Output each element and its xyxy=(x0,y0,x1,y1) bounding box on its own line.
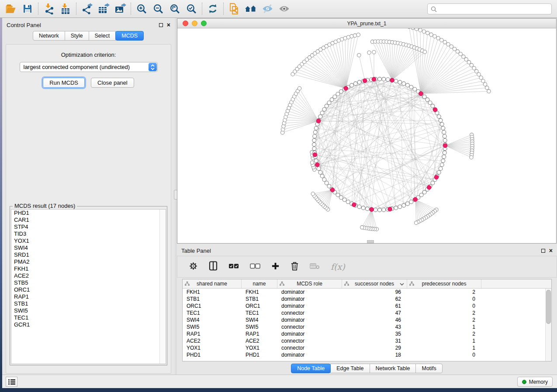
import-table-icon[interactable] xyxy=(57,1,74,16)
add-column-icon[interactable] xyxy=(271,262,280,272)
cell-shared_name: FKH1 xyxy=(183,289,242,295)
cell-successor_nodes: 96 xyxy=(342,289,407,295)
tab-network-table[interactable]: Network Table xyxy=(370,364,416,373)
select-stepper-icon xyxy=(149,63,157,71)
list-item[interactable]: SWI5 xyxy=(11,307,166,314)
import-network-icon[interactable] xyxy=(41,1,57,16)
table-row[interactable]: PHD1PHD1dominator180 xyxy=(183,351,551,358)
cell-name: PHD1 xyxy=(242,352,277,358)
table-row[interactable]: YOX1YOX1connector291 xyxy=(183,344,551,351)
network-canvas[interactable] xyxy=(177,28,556,243)
criterion-select[interactable]: largest connected component (undirected) xyxy=(20,62,158,72)
function-builder-icon: f(x) xyxy=(331,262,345,272)
list-item[interactable]: YOX1 xyxy=(11,237,166,244)
tab-edge-table[interactable]: Edge Table xyxy=(330,364,370,373)
refresh-icon[interactable] xyxy=(204,1,221,16)
hide-selected-icon[interactable] xyxy=(259,1,276,16)
cell-shared_name: SWI5 xyxy=(183,324,242,330)
list-item[interactable]: CAR1 xyxy=(11,217,166,224)
first-neighbors-icon[interactable] xyxy=(242,1,259,16)
column-label: successor nodes xyxy=(355,281,394,287)
mcds-tab-content: Optimization criterion: largest connecte… xyxy=(6,44,171,374)
canvas-scroll-hint[interactable] xyxy=(367,240,374,243)
table-row[interactable]: SWI4SWI4dominator462 xyxy=(183,316,551,323)
table-row[interactable]: ORC1ORC1dominator610 xyxy=(183,303,551,309)
close-icon[interactable]: × xyxy=(549,249,553,253)
column-header-predecessor-nodes[interactable]: predecessor nodes xyxy=(407,279,481,288)
cell-shared_name: ACE2 xyxy=(183,338,242,344)
zoom-out-icon[interactable] xyxy=(150,1,166,16)
close-panel-button[interactable]: Close panel xyxy=(91,78,134,88)
cell-mcds_role: connector xyxy=(277,345,342,351)
table-toolbar: f(x) xyxy=(177,256,557,278)
result-list-scrollbar[interactable] xyxy=(159,210,166,364)
table-row[interactable]: STB1STB1dominator620 xyxy=(183,296,551,303)
cell-successor_nodes: 61 xyxy=(342,303,407,309)
list-item[interactable]: STB5 xyxy=(11,279,166,286)
list-item[interactable]: PMA2 xyxy=(11,258,166,265)
tab-node-table[interactable]: Node Table xyxy=(291,364,331,373)
list-item[interactable]: GCR1 xyxy=(11,321,166,328)
list-item[interactable]: ORC1 xyxy=(11,286,166,293)
zoom-selected-icon[interactable] xyxy=(183,1,200,16)
table-scrollbar[interactable] xyxy=(545,289,551,361)
column-label: shared name xyxy=(197,281,227,287)
close-icon[interactable]: × xyxy=(167,23,170,27)
cell-shared_name: YOX1 xyxy=(183,345,242,351)
table-row[interactable]: RAP1RAP1dominator352 xyxy=(183,330,551,337)
cell-predecessor_nodes: 0 xyxy=(407,296,481,302)
open-file-icon[interactable] xyxy=(3,1,19,16)
search-input[interactable] xyxy=(439,6,551,12)
columns-icon[interactable] xyxy=(209,261,218,272)
select-all-icon[interactable] xyxy=(228,263,239,271)
tab-motifs[interactable]: Motifs xyxy=(415,364,442,373)
export-image-icon[interactable] xyxy=(112,1,128,16)
tab-select[interactable]: Select xyxy=(89,31,116,41)
table-row[interactable]: ACE2ACE2connector311 xyxy=(183,337,551,344)
deselect-all-icon[interactable] xyxy=(250,263,260,271)
tab-network[interactable]: Network xyxy=(33,31,65,41)
task-history-button[interactable] xyxy=(6,377,17,387)
column-header-MCDS-role[interactable]: MCDS role xyxy=(277,279,342,288)
tab-style[interactable]: Style xyxy=(65,31,89,41)
list-item[interactable]: SRD1 xyxy=(11,251,166,258)
run-mcds-button[interactable]: Run MCDS xyxy=(43,78,85,88)
list-item[interactable]: STP4 xyxy=(11,224,166,230)
show-all-icon[interactable] xyxy=(276,1,292,16)
list-item[interactable]: SWI4 xyxy=(11,244,166,251)
new-network-from-selection-icon[interactable] xyxy=(226,1,242,16)
memory-button[interactable]: Memory xyxy=(517,377,553,387)
node-table: shared namenameMCDS rolesuccessor nodesp… xyxy=(182,279,552,361)
save-session-icon[interactable] xyxy=(19,1,36,16)
list-item[interactable]: PHD1 xyxy=(11,210,166,217)
float-button[interactable] xyxy=(541,249,545,253)
column-header-shared-name[interactable]: shared name xyxy=(183,279,242,288)
float-button[interactable] xyxy=(159,23,163,27)
list-item[interactable]: RAP1 xyxy=(11,293,166,300)
list-item[interactable]: FKH1 xyxy=(11,265,166,272)
column-header-successor-nodes[interactable]: successor nodes xyxy=(342,279,407,288)
column-header-name[interactable]: name xyxy=(242,279,277,288)
export-table-icon[interactable] xyxy=(95,1,112,16)
zoom-fit-icon[interactable] xyxy=(166,1,183,16)
table-row[interactable]: FKH1FKH1dominator962 xyxy=(183,289,551,296)
search-field[interactable] xyxy=(427,3,552,14)
list-item[interactable]: STB1 xyxy=(11,300,166,307)
delete-column-icon[interactable] xyxy=(291,261,299,272)
cell-name: ORC1 xyxy=(242,303,277,309)
table-row[interactable]: TEC1TEC1connector472 xyxy=(183,309,551,316)
gear-icon[interactable] xyxy=(189,261,198,272)
cell-shared_name: RAP1 xyxy=(183,331,242,337)
table-body: FKH1FKH1dominator962STB1STB1dominator620… xyxy=(183,289,551,358)
list-item[interactable]: TID3 xyxy=(11,230,166,237)
list-item[interactable]: TEC1 xyxy=(11,314,166,321)
zoom-in-icon[interactable] xyxy=(133,1,150,16)
table-row[interactable]: SWI5SWI5connector431 xyxy=(183,323,551,330)
export-network-icon[interactable] xyxy=(79,1,95,16)
cell-predecessor_nodes: 0 xyxy=(407,303,481,309)
mcds-result-list[interactable]: PHD1CAR1STP4TID3YOX1SWI4SRD1PMA2FKH1ACE2… xyxy=(11,209,166,364)
network-titlebar: YPA_prune.txt_1 xyxy=(177,19,556,28)
tab-mcds[interactable]: MCDS xyxy=(115,31,144,41)
list-item[interactable]: ACE2 xyxy=(11,272,166,279)
table-scrollbar-thumb[interactable] xyxy=(546,290,551,324)
